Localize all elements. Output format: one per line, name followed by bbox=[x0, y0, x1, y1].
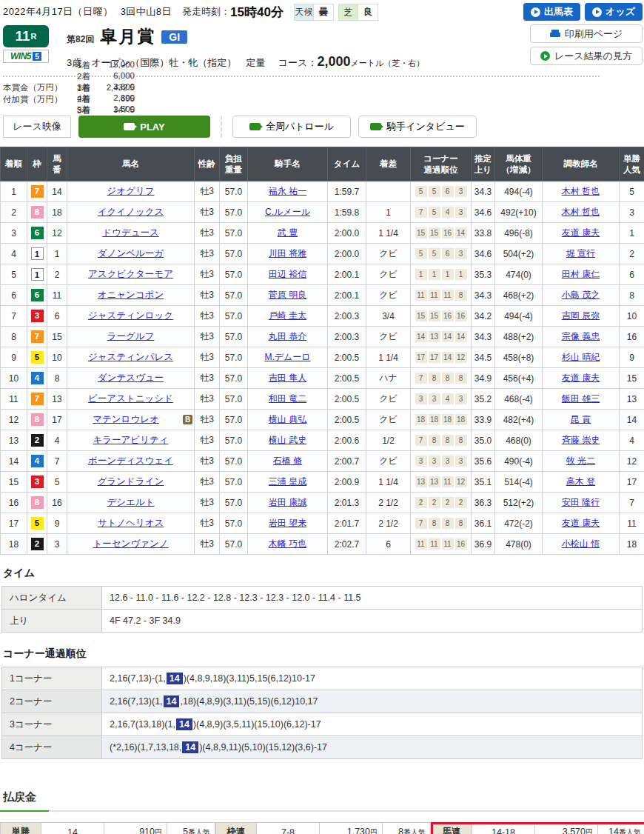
jockey-link[interactable]: 菅原 明良 bbox=[269, 290, 306, 300]
sex-age: 牡3 bbox=[195, 410, 220, 430]
payout-combination: 14-18 bbox=[472, 823, 535, 834]
corner-position: 2 bbox=[442, 497, 454, 508]
jockey-link[interactable]: 川田 将雅 bbox=[269, 248, 306, 258]
horse-name-link[interactable]: オニャンコポン bbox=[98, 290, 164, 300]
horse-number: 10 bbox=[47, 347, 67, 368]
waku-badge: 3 bbox=[31, 310, 44, 322]
patrol-video-button[interactable]: 全周パトロール bbox=[232, 116, 351, 138]
horse-name-link[interactable]: ダノンベルーガ bbox=[98, 248, 164, 258]
horse-name-link[interactable]: ジャスティンロック bbox=[88, 310, 173, 321]
jockey-link[interactable]: 武 豊 bbox=[278, 227, 298, 238]
weather-value: 曇 bbox=[314, 4, 333, 20]
trainer-link[interactable]: 堀 宣行 bbox=[566, 248, 595, 258]
jockey-link[interactable]: 戸崎 圭太 bbox=[269, 310, 306, 321]
horse-name-link[interactable]: ビーアストニッシド bbox=[88, 393, 173, 404]
last-3f-time: 34.3 bbox=[472, 285, 495, 306]
play-button[interactable]: PLAY bbox=[78, 116, 210, 138]
trainer-link[interactable]: 牧 光二 bbox=[566, 456, 595, 466]
corner-position: 15 bbox=[415, 310, 427, 321]
jockey-link[interactable]: 岩田 康誠 bbox=[269, 497, 306, 507]
corner-positions-cell: 15151616 bbox=[411, 306, 472, 327]
odds-button[interactable]: オッズ bbox=[585, 3, 643, 21]
jockey-interview-button[interactable]: 騎手インタビュー bbox=[358, 116, 477, 138]
horse-name-link[interactable]: グランドライン bbox=[98, 476, 164, 487]
trainer-cell: 友道 康夫 bbox=[543, 368, 620, 389]
horse-name-link[interactable]: ジャスティンパレス bbox=[88, 352, 173, 362]
trainer-link[interactable]: 田村 康仁 bbox=[562, 269, 600, 279]
jockey-link[interactable]: 石橋 脩 bbox=[273, 456, 302, 466]
horse-number: 12 bbox=[47, 223, 67, 244]
horse-name-link[interactable]: マテンロウレオ bbox=[93, 414, 159, 424]
trainer-link[interactable]: 木村 哲也 bbox=[562, 186, 600, 196]
jockey-link[interactable]: 福永 祐一 bbox=[269, 186, 306, 196]
horse-name-link[interactable]: ラーグルフ bbox=[107, 331, 155, 341]
horse-name-link[interactable]: トーセンヴァンノ bbox=[93, 538, 168, 549]
corner-position: 3 bbox=[455, 456, 467, 467]
horse-name-link[interactable]: イクイノックス bbox=[98, 207, 164, 217]
sex-age: 牡3 bbox=[195, 451, 220, 472]
prize-pair: 1着2,432.5 bbox=[77, 83, 141, 94]
trainer-link[interactable]: 友道 康夫 bbox=[562, 227, 600, 238]
horse-number: 3 bbox=[47, 534, 67, 555]
horse-name-link[interactable]: ボーンディスウェイ bbox=[88, 456, 173, 466]
horse-name-link[interactable]: サトノヘリオス bbox=[98, 518, 164, 528]
prize-value: 6,000 bbox=[96, 71, 135, 82]
table-row: 411ダノンベルーガ牡357.0川田 将雅2:00.0クビ556334.6504… bbox=[1, 244, 644, 264]
finish-position: 10 bbox=[1, 368, 27, 389]
horse-weight: 488(+2) bbox=[495, 327, 543, 347]
trainer-link[interactable]: 友道 康夫 bbox=[562, 518, 600, 528]
highlighted-horse-number: 14 bbox=[167, 673, 183, 684]
jockey-link[interactable]: C.ルメール bbox=[265, 207, 310, 217]
corner-positions-cell: 17171412 bbox=[411, 347, 472, 368]
trainer-link[interactable]: 斉藤 崇史 bbox=[562, 435, 600, 445]
carried-weight: 57.0 bbox=[220, 368, 248, 389]
trainer-link[interactable]: 小桧山 悟 bbox=[562, 538, 600, 549]
trainer-link[interactable]: 吉岡 辰弥 bbox=[562, 310, 600, 321]
trainer-link[interactable]: 昆 貢 bbox=[571, 414, 591, 424]
entries-button[interactable]: 出馬表 bbox=[523, 3, 580, 21]
trainer-cell: 牧 光二 bbox=[543, 451, 620, 472]
corner-badges: 5563 bbox=[412, 186, 469, 197]
jockey-link[interactable]: 岩田 望来 bbox=[269, 518, 306, 528]
print-page-button[interactable]: 印刷用ページ bbox=[530, 24, 643, 43]
corner-position: 7 bbox=[415, 207, 427, 218]
horse-name-link[interactable]: デシエルト bbox=[107, 497, 155, 507]
jockey-link[interactable]: 横山 武史 bbox=[269, 435, 306, 445]
waku-badge: 4 bbox=[31, 372, 44, 384]
trainer-link[interactable]: 杉山 晴紀 bbox=[562, 352, 600, 362]
waku-cell: 5 bbox=[27, 513, 47, 534]
trainer-link[interactable]: 宗像 義忠 bbox=[562, 331, 600, 341]
trainer-link[interactable]: 木村 哲也 bbox=[562, 207, 600, 217]
jockey-link[interactable]: 吉田 隼人 bbox=[269, 373, 306, 383]
win-popularity: 18 bbox=[620, 534, 644, 555]
horse-name-link[interactable]: ダンテスヴュー bbox=[98, 373, 164, 383]
jockey-link[interactable]: 三浦 皇成 bbox=[269, 476, 306, 487]
horse-name-link[interactable]: キラーアビリティ bbox=[93, 435, 168, 445]
jockey-link[interactable]: 田辺 裕信 bbox=[269, 269, 306, 279]
jockey-link[interactable]: M.デムーロ bbox=[264, 352, 310, 362]
time-row-label: ハロンタイム bbox=[2, 587, 102, 610]
horse-weight: 472(-2) bbox=[495, 513, 543, 534]
trainer-link[interactable]: 飯田 雄三 bbox=[562, 393, 600, 404]
jockey-link[interactable]: 木幡 巧也 bbox=[269, 538, 306, 549]
win-popularity: 10 bbox=[620, 306, 644, 327]
corner-position: 3 bbox=[455, 248, 467, 259]
corner-position: 12 bbox=[455, 476, 467, 487]
horse-name-link[interactable]: ジオグリフ bbox=[107, 186, 155, 196]
result-guide-button[interactable]: レース結果の見方 bbox=[530, 47, 643, 65]
arrow-circle-icon bbox=[592, 7, 602, 17]
jockey-cell: 菅原 明良 bbox=[248, 285, 328, 306]
trainer-link[interactable]: 安田 隆行 bbox=[562, 497, 600, 507]
jockey-link[interactable]: 丸田 恭介 bbox=[269, 331, 306, 341]
time-row-label: 上り bbox=[2, 610, 102, 633]
jockey-cell: C.ルメール bbox=[248, 202, 328, 223]
trainer-link[interactable]: 友道 康夫 bbox=[562, 373, 600, 383]
horse-name-link[interactable]: アスクビクターモア bbox=[88, 269, 173, 279]
jockey-link[interactable]: 和田 竜二 bbox=[269, 393, 306, 404]
trainer-link[interactable]: 高木 登 bbox=[566, 476, 595, 487]
trainer-link[interactable]: 小島 茂之 bbox=[562, 290, 600, 300]
jockey-link[interactable]: 横山 典弘 bbox=[269, 414, 306, 424]
horse-name-link[interactable]: ドウデュース bbox=[102, 227, 158, 238]
sex-age: 牡3 bbox=[195, 347, 220, 368]
horse-weight: 512(+2) bbox=[495, 493, 543, 513]
